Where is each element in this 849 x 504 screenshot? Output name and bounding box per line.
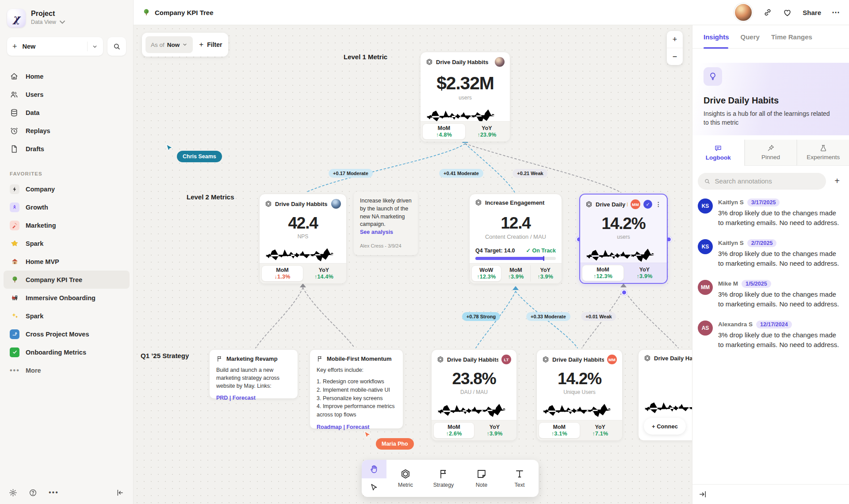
stat-mom[interactable]: MoM↑12.3% (582, 265, 624, 281)
new-button[interactable]: + New (7, 37, 103, 56)
strategy-links[interactable]: Roadmap | Forecast (317, 424, 396, 430)
copy-link-icon[interactable] (763, 8, 772, 17)
sidebar-item-label: Marketing (26, 222, 56, 229)
sidebar-item-label: Drafts (26, 145, 44, 153)
add-annotation-button[interactable]: + (830, 176, 844, 186)
search-button[interactable] (107, 37, 126, 56)
stat-yoy[interactable]: YoY↑3.9% (624, 265, 665, 281)
strategy-note-marketing-revamp[interactable]: Marketing Revamp Build and launch a new … (209, 349, 298, 399)
sidebar-item-more[interactable]: ••• More (4, 361, 130, 379)
select-tool-button[interactable] (362, 478, 386, 497)
metric-unit: users (580, 234, 667, 240)
gear-icon[interactable] (9, 489, 17, 497)
metric-card-nps-drive-daily-habbits[interactable]: Drive Daily Habbits 42.4 NPS MoM↓1.3% Yo… (259, 194, 347, 284)
subtab-logbook[interactable]: Logbook (692, 140, 745, 166)
annotation-body: 3% drop likely due to the changes made t… (718, 208, 843, 228)
chevron-down-icon[interactable] (92, 44, 98, 50)
target-progress-bar (475, 257, 556, 260)
annotation-item[interactable]: KS Kaitlyn S 3/17/2025 3% drop likely du… (698, 199, 843, 228)
sidebar-item-growth[interactable]: Growth (4, 198, 130, 216)
user-avatar[interactable] (734, 3, 753, 22)
sidebar-item-users[interactable]: Users (4, 85, 130, 103)
stat-mom[interactable]: MoM↑3.9% (501, 265, 531, 282)
workspace-logo: χ (7, 9, 26, 27)
more-options-icon[interactable]: ••• (49, 489, 59, 496)
sidebar-item-marketing[interactable]: Marketing (4, 216, 130, 234)
stat-yoy[interactable]: YoY↑23.9% (466, 123, 508, 140)
annotation-author: Mike M (718, 280, 738, 287)
add-filter-button[interactable]: + Filter (199, 40, 222, 49)
subtab-experiments[interactable]: Experiments (797, 140, 849, 166)
card-title: Drive Daily Habbits (275, 201, 328, 207)
favorite-heart-icon[interactable] (783, 8, 792, 17)
sidebar-item-home[interactable]: Home (4, 67, 130, 85)
insight-header: Drive Daily Habits Insights is a hub for… (692, 63, 849, 135)
annotation-item[interactable]: MM Mike M 1/5/2025 3% drop likely due to… (698, 280, 843, 309)
zoom-in-button[interactable]: + (667, 31, 683, 48)
sidebar-item-immersive-onboarding[interactable]: Immersive Onboarding (4, 289, 130, 307)
strategy-links[interactable]: PRD | Forecast (216, 395, 291, 401)
share-button[interactable]: Share (803, 9, 821, 16)
stat-yoy[interactable]: YoY↑7.1% (580, 422, 621, 439)
tab-query[interactable]: Query (741, 33, 760, 41)
stat-yoy[interactable]: YoY↑14.4% (303, 265, 344, 282)
stat-yoy[interactable]: YoY↑3.9% (474, 422, 515, 439)
strategy-note-mobile-first-momentum[interactable]: Mobile-First Momentum Key efforts includ… (310, 349, 403, 429)
project-switcher[interactable]: χ Project Data View (0, 0, 133, 27)
metric-tool-button[interactable]: Metric (386, 460, 424, 497)
note-tool-button[interactable]: Note (463, 460, 501, 497)
selection-handle[interactable] (621, 290, 627, 295)
help-icon[interactable] (29, 489, 37, 497)
annotation-search-row: + (692, 166, 849, 190)
metric-card-increase-engagement[interactable]: Increase Engagement 12.4 Content Creatio… (469, 194, 562, 284)
sidebar-item-label: More (26, 367, 41, 374)
stat-mom[interactable]: MoM↑3.1% (539, 422, 580, 439)
sidebar-item-drafts[interactable]: Drafts (4, 140, 130, 158)
metric-card-selected-drive-daily-habbits[interactable]: Drive Daily Habb.. MM ✓ ⋮ 14.2% users Mo… (579, 194, 668, 284)
zoom-out-button[interactable]: − (667, 48, 683, 65)
connect-button[interactable]: + Connec (644, 418, 686, 435)
tab-insights[interactable]: Insights (704, 33, 729, 41)
sidebar-item-data[interactable]: Data (4, 103, 130, 122)
annotation-search-input[interactable] (714, 177, 820, 185)
sidebar-item-onboarding-metrics[interactable]: Onboarding Metrics (4, 343, 130, 361)
metric-card-l1-drive-daily-habbits[interactable]: Drive Daily Habbits $2.32M users MoM↑4.8… (420, 52, 510, 142)
avatar: AS (698, 321, 713, 336)
sidebar-item-company-kpi-tree[interactable]: Company KPI Tree (4, 271, 130, 289)
strategy-tool-button[interactable]: Strategy (424, 460, 463, 497)
sidebar-item-replays[interactable]: Replays (4, 122, 130, 140)
metric-card-unique-users[interactable]: Drive Daily Habbits MM 14.2% Unique User… (536, 349, 623, 441)
project-subtitle[interactable]: Data View (31, 18, 67, 27)
stat-mom[interactable]: MoM↑2.6% (433, 422, 474, 439)
card-menu-icon[interactable]: ⋮ (655, 203, 662, 206)
overflow-menu-icon[interactable]: ⋯ (832, 8, 840, 17)
card-title: Drive Daily Habbits (436, 59, 492, 65)
stat-mom[interactable]: MoM↓1.3% (261, 265, 303, 282)
verified-check-icon: ✓ (643, 200, 652, 209)
annotation-item[interactable]: KS Kaitlyn S 2/7/2025 3% drop likely due… (698, 239, 843, 269)
sidebar-item-spark[interactable]: Spark (4, 234, 130, 252)
as-of-dropdown[interactable]: As of Now (145, 36, 193, 53)
tab-time-ranges[interactable]: Time Ranges (771, 33, 812, 41)
subtab-label: Experiments (807, 154, 840, 160)
canvas-annotation-note[interactable]: Increase likely driven by the launch of … (354, 191, 418, 255)
stat-wow[interactable]: WoW↑12.3% (471, 265, 501, 282)
card-title: Drive Daily Habb.. (596, 201, 627, 208)
sidebar-item-spark-2[interactable]: Spark (4, 307, 130, 325)
stat-yoy[interactable]: YoY↑3.9% (530, 265, 560, 282)
collapse-panel-icon[interactable] (698, 490, 707, 499)
sidebar-item-cross-project-moves[interactable]: Cross Project Moves (4, 325, 130, 343)
sidebar-item-company[interactable]: Company (4, 180, 130, 198)
sidebar-item-home-mvp[interactable]: Home MVP (4, 252, 130, 271)
hand-tool-button[interactable] (362, 460, 386, 478)
metric-card-dau-mau[interactable]: Drive Daily Habbits LT 23.8% DAU / MAU M… (431, 349, 517, 441)
stat-mom[interactable]: MoM↑4.8% (422, 123, 466, 140)
see-analysis-link[interactable]: See analysis (360, 229, 412, 237)
subtab-pinned[interactable]: Pinned (745, 140, 797, 166)
collapse-sidebar-icon[interactable] (116, 489, 124, 497)
kpi-tree-canvas[interactable]: As of Now + Filter + − Level 1 Metric Le… (134, 25, 692, 504)
annotation-search[interactable] (698, 173, 826, 190)
annotation-item[interactable]: AS Alexandra S 12/17/2024 3% drop likely… (698, 321, 843, 350)
text-tool-button[interactable]: Text (501, 460, 539, 497)
sidebar-item-label: Home (26, 73, 43, 80)
